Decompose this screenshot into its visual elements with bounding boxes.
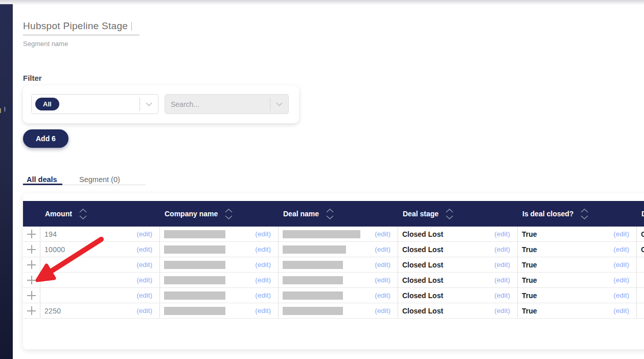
amount-value: 194 (44, 230, 57, 238)
edit-link[interactable]: (edit) (613, 245, 629, 253)
table-row: (edit) (edit) (edit) Closed Lost (edit) … (23, 257, 644, 273)
add-row-cell[interactable] (23, 288, 40, 303)
edit-link[interactable]: (edit) (375, 245, 390, 253)
add-row-cell[interactable] (23, 303, 40, 318)
sort-icons[interactable] (326, 209, 334, 219)
redacted-deal-name (283, 291, 343, 300)
deal-name-cell: (edit) (278, 303, 398, 318)
header-clipped-column: D (636, 201, 644, 227)
edit-link[interactable]: (edit) (136, 276, 152, 284)
edit-link[interactable]: (edit) (613, 261, 629, 268)
edit-link[interactable]: (edit) (255, 307, 271, 315)
edit-link[interactable]: (edit) (136, 261, 152, 268)
edit-link[interactable]: (edit) (375, 230, 390, 238)
table-row: (edit) (edit) (edit) Closed Lost (edit) … (23, 288, 644, 303)
edit-link[interactable]: (edit) (613, 276, 629, 284)
plus-icon[interactable] (27, 291, 36, 300)
edit-link[interactable]: (edit) (613, 230, 629, 238)
segment-title-input[interactable]: Hubspot Pipeline Stage (23, 20, 140, 35)
edit-link[interactable]: (edit) (136, 307, 152, 315)
header-company-name: Company name (159, 201, 278, 227)
clipped-next-value: C (641, 230, 644, 238)
filter-card: All Search... (23, 85, 299, 123)
deal-stage-cell: Closed Lost (edit) (398, 303, 517, 318)
deal-name-cell: (edit) (278, 273, 398, 287)
amount-cell: 194 (edit) (40, 227, 159, 241)
clipped-next-cell: C (636, 242, 644, 257)
edit-link[interactable]: (edit) (494, 291, 510, 299)
edit-link[interactable]: (edit) (136, 291, 152, 299)
edit-link[interactable]: (edit) (494, 276, 510, 284)
sidebar[interactable]: l (0, 4, 13, 359)
sort-icons[interactable] (581, 209, 588, 219)
plus-icon[interactable] (27, 245, 36, 254)
deal-stage-value: Closed Lost (402, 307, 443, 315)
edit-link[interactable]: (edit) (375, 261, 390, 268)
deal-stage-cell: Closed Lost (edit) (398, 242, 517, 257)
chevron-down-icon[interactable] (140, 98, 158, 111)
table-body: 194 (edit) (edit) (edit) Closed Lost (ed… (23, 227, 644, 319)
page-title: Hubspot Pipeline Stage (23, 20, 128, 31)
clipped-next-cell: C (636, 227, 644, 241)
is-deal-closed-cell: True (edit) (517, 303, 636, 318)
add-selected-button[interactable]: Add 6 (23, 129, 68, 148)
table-header-row: Amount Company name Deal name (23, 201, 644, 227)
add-row-cell[interactable] (23, 242, 40, 257)
is-deal-closed-value: True (522, 291, 537, 300)
edit-link[interactable]: (edit) (375, 291, 390, 299)
edit-link[interactable]: (edit) (136, 230, 152, 238)
sort-icons[interactable] (79, 209, 87, 219)
edit-link[interactable]: (edit) (613, 307, 629, 315)
filter-selected-pill[interactable]: All (35, 98, 59, 110)
edit-link[interactable]: (edit) (494, 307, 510, 315)
is-deal-closed-value: True (522, 245, 537, 254)
is-deal-closed-cell: True (edit) (517, 288, 636, 303)
edit-link[interactable]: (edit) (255, 291, 271, 299)
top-toolbar-shadow (0, 0, 644, 5)
edit-link[interactable]: (edit) (255, 276, 271, 284)
is-deal-closed-value: True (522, 230, 537, 238)
plus-icon[interactable] (27, 276, 36, 284)
amount-cell: (edit) (40, 257, 159, 272)
redacted-deal-name (283, 245, 346, 254)
filter-search-select[interactable]: Search... (165, 94, 289, 114)
company-name-cell: (edit) (159, 257, 278, 272)
company-name-cell: (edit) (159, 227, 278, 241)
edit-link[interactable]: (edit) (255, 261, 271, 268)
plus-icon[interactable] (27, 230, 36, 238)
edit-link[interactable]: (edit) (255, 245, 271, 253)
edit-link[interactable]: (edit) (375, 276, 390, 284)
sort-icons[interactable] (446, 209, 453, 219)
deal-name-cell: (edit) (278, 288, 398, 303)
edit-link[interactable]: (edit) (136, 245, 152, 253)
edit-link[interactable]: (edit) (255, 230, 271, 238)
edit-link[interactable]: (edit) (613, 291, 629, 299)
deal-name-cell: (edit) (278, 227, 398, 241)
table-row: 2250 (edit) (edit) (edit) Closed Lost (e… (23, 303, 644, 319)
redacted-company-name (164, 276, 225, 284)
tab-segment[interactable]: Segment (0) (79, 175, 120, 184)
add-row-cell[interactable] (23, 273, 40, 287)
add-row-cell[interactable] (23, 257, 40, 272)
redacted-deal-name (283, 230, 360, 238)
add-row-cell[interactable] (23, 227, 40, 241)
company-name-cell: (edit) (159, 242, 278, 257)
edit-link[interactable]: (edit) (494, 261, 510, 268)
chevron-down-icon[interactable] (270, 98, 288, 111)
redacted-deal-name (283, 307, 343, 315)
deal-stage-cell: Closed Lost (edit) (398, 227, 517, 241)
header-deal-stage: Deal stage (398, 201, 517, 227)
deal-stage-value: Closed Lost (402, 276, 443, 284)
plus-icon[interactable] (27, 306, 36, 315)
tab-all-deals[interactable]: All deals (27, 175, 57, 184)
edit-link[interactable]: (edit) (375, 307, 390, 315)
edit-link[interactable]: (edit) (494, 230, 510, 238)
sort-icons[interactable] (225, 209, 233, 219)
is-deal-closed-cell: True (edit) (517, 242, 636, 257)
filter-type-select[interactable]: All (31, 94, 158, 114)
plus-icon[interactable] (27, 260, 36, 269)
edit-link[interactable]: (edit) (494, 245, 510, 253)
redacted-deal-name (283, 276, 343, 284)
amount-value: 2250 (44, 307, 61, 315)
sidebar-clipped-label: l (4, 106, 6, 113)
